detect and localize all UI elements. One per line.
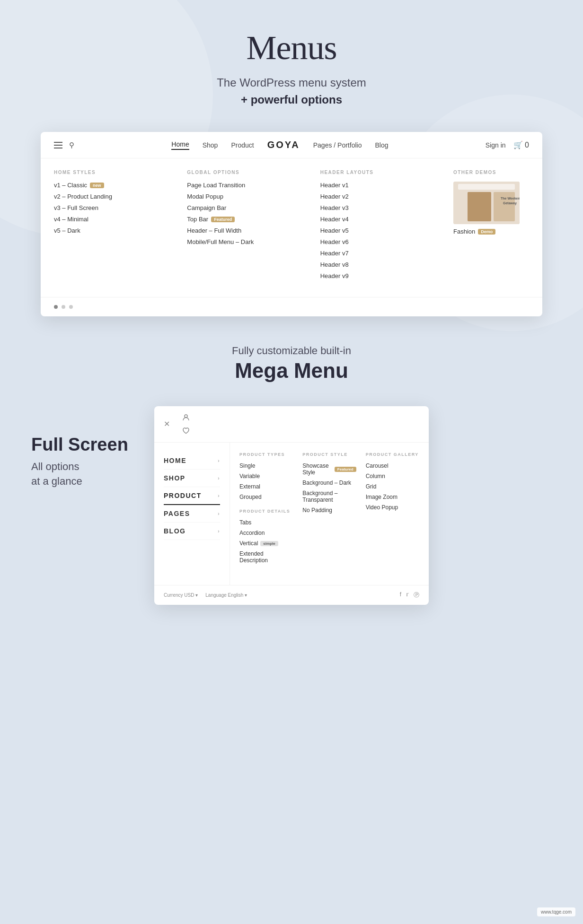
pagination-dots xyxy=(41,297,542,316)
instagram-icon[interactable]: Ⓟ xyxy=(414,591,419,599)
watermark: www.tqge.com xyxy=(537,907,575,916)
close-icon[interactable]: ✕ xyxy=(164,420,170,428)
demo-card-megamenu: ⚲ Home Shop Product GOYA Pages / Portfol… xyxy=(41,132,542,316)
mega-col-title-home: HOME STYLES xyxy=(54,170,177,175)
mega-col-other-demos: OTHER DEMOS The Weekend Getaway Fashion … xyxy=(453,170,529,284)
cart-icon[interactable]: 🛒 0 xyxy=(513,140,529,149)
fs-language-label: Language English ▾ xyxy=(205,593,247,598)
fashion-label[interactable]: Fashion Demo xyxy=(453,228,520,235)
mega-item-header-v8[interactable]: Header v8 xyxy=(320,261,444,268)
search-icon[interactable]: ⚲ xyxy=(69,141,74,149)
fs-item-column[interactable]: Column xyxy=(366,473,419,479)
fs-item-video-popup[interactable]: Video Popup xyxy=(366,504,419,511)
nav-link-pages[interactable]: Pages / Portfolio xyxy=(313,141,362,149)
fs-sub-col-gallery: PRODUCT GALLERY Carousel Column Grid Ima… xyxy=(366,452,419,575)
svg-rect-1 xyxy=(458,184,515,190)
svg-text:The Weekend: The Weekend xyxy=(501,197,520,200)
hero-section: Menus The WordPress menu system + powerf… xyxy=(217,28,366,108)
twitter-icon[interactable]: 𝕣 xyxy=(406,591,409,599)
fullscreen-title: Full Screen xyxy=(31,435,154,455)
dot-1[interactable] xyxy=(54,305,58,309)
fs-sub-title-gallery: PRODUCT GALLERY xyxy=(366,452,419,457)
badge-demo: Demo xyxy=(478,229,495,235)
mega-item-header-v3[interactable]: Header v3 xyxy=(320,204,444,211)
mega-item-header-v2[interactable]: Header v2 xyxy=(320,193,444,200)
mega-col-title-global: GLOBAL OPTIONS xyxy=(187,170,310,175)
nav-right: Sign in 🛒 0 xyxy=(486,140,529,149)
mega-item-page-load[interactable]: Page Load Transition xyxy=(187,182,310,189)
fs-footer: Currency USD ▾ Language English ▾ f 𝕣 Ⓟ xyxy=(154,585,429,605)
svg-rect-2 xyxy=(468,192,491,221)
fs-item-single[interactable]: Single xyxy=(239,462,293,469)
fs-item-grid[interactable]: Grid xyxy=(366,483,419,490)
badge-new: new xyxy=(90,183,104,188)
fs-item-tabs[interactable]: Tabs xyxy=(239,519,293,526)
hamburger-icon[interactable] xyxy=(54,142,62,148)
mega-item-v2[interactable]: v2 – Product Landing xyxy=(54,193,177,200)
heart-icon[interactable] xyxy=(181,426,191,436)
mega-col-home-styles: HOME STYLES v1 – Classic new v2 – Produc… xyxy=(54,170,187,284)
badge-simple: simple xyxy=(260,541,278,546)
hero-subtitle-line2: + powerful options xyxy=(241,93,342,106)
fs-item-accordion[interactable]: Accordion xyxy=(239,530,293,536)
fs-nav-col: HOME› SHOP› PRODUCT› PAGES› BLOG› xyxy=(154,443,230,585)
fs-item-no-padding[interactable]: No Padding xyxy=(302,507,356,514)
nav-link-shop[interactable]: Shop xyxy=(203,141,218,149)
mega-item-header-v4[interactable]: Header v4 xyxy=(320,216,444,223)
fs-nav-pages[interactable]: PAGES› xyxy=(164,505,220,523)
page-wrapper: Menus The WordPress menu system + powerf… xyxy=(0,0,583,633)
mega-item-header-v6[interactable]: Header v6 xyxy=(320,238,444,245)
fs-header-icons xyxy=(181,413,191,436)
fs-item-variable[interactable]: Variable xyxy=(239,473,293,479)
mega-item-mobile-full[interactable]: Mobile/Full Menu – Dark xyxy=(187,238,310,245)
mega-item-v5[interactable]: v5 – Dark xyxy=(54,227,177,234)
mega-item-campaign-bar[interactable]: Campaign Bar xyxy=(187,204,310,211)
fs-nav-blog[interactable]: BLOG› xyxy=(164,523,220,540)
nav-link-blog[interactable]: Blog xyxy=(375,141,388,149)
fs-item-carousel[interactable]: Carousel xyxy=(366,462,419,469)
facebook-icon[interactable]: f xyxy=(400,591,401,599)
fs-social-icons: f 𝕣 Ⓟ xyxy=(400,591,419,599)
nav-link-product[interactable]: Product xyxy=(231,141,254,149)
demo-preview-image[interactable]: The Weekend Getaway xyxy=(453,182,520,224)
mega-item-header-v1[interactable]: Header v1 xyxy=(320,182,444,189)
mega-col-global-options: GLOBAL OPTIONS Page Load Transition Moda… xyxy=(187,170,320,284)
signin-link[interactable]: Sign in xyxy=(486,141,506,149)
navbar-icons: ⚲ xyxy=(54,141,74,149)
dot-3[interactable] xyxy=(69,305,73,309)
bottom-right: ✕ xyxy=(154,406,552,605)
fs-item-extended[interactable]: Extended Description xyxy=(239,550,293,564)
dot-2[interactable] xyxy=(62,305,65,309)
fs-item-bg-transparent[interactable]: Background – Transparent xyxy=(302,490,356,503)
mega-item-modal-popup[interactable]: Modal Popup xyxy=(187,193,310,200)
fs-nav-shop[interactable]: SHOP› xyxy=(164,470,220,487)
nav-link-home[interactable]: Home xyxy=(171,140,189,150)
mega-item-v1[interactable]: v1 – Classic new xyxy=(54,182,177,189)
fs-item-image-zoom[interactable]: Image Zoom xyxy=(366,494,419,500)
mega-item-top-bar[interactable]: Top Bar Featured xyxy=(187,216,310,223)
mid-title: Mega Menu xyxy=(232,359,351,383)
mega-item-header-v5[interactable]: Header v5 xyxy=(320,227,444,234)
mega-item-header-full[interactable]: Header – Full Width xyxy=(187,227,310,234)
fs-item-external[interactable]: External xyxy=(239,483,293,490)
mega-item-v3[interactable]: v3 – Full Screen xyxy=(54,204,177,211)
svg-point-6 xyxy=(185,415,187,418)
fs-item-grouped[interactable]: Grouped xyxy=(239,494,293,500)
fs-item-bg-dark[interactable]: Background – Dark xyxy=(302,479,356,486)
hero-subtitle-line1: The WordPress menu system xyxy=(217,76,366,89)
fs-item-vertical[interactable]: Vertical simple xyxy=(239,540,293,547)
user-icon[interactable] xyxy=(181,413,191,422)
mega-item-header-v7[interactable]: Header v7 xyxy=(320,250,444,257)
mega-item-header-v9[interactable]: Header v9 xyxy=(320,272,444,279)
mid-subtitle: Fully customizable built-in xyxy=(232,345,351,357)
fs-currency-label: Currency USD ▾ xyxy=(164,593,198,598)
mega-col-title-other: OTHER DEMOS xyxy=(453,170,520,175)
bottom-section: Full Screen All options at a glance ✕ xyxy=(31,406,552,605)
fs-nav-product[interactable]: PRODUCT› xyxy=(164,487,220,505)
hero-subtitle: The WordPress menu system + powerful opt… xyxy=(217,74,366,108)
mega-item-v4[interactable]: v4 – Minimal xyxy=(54,216,177,223)
fs-item-showcase[interactable]: Showcase Style Featured xyxy=(302,462,356,476)
fs-header: ✕ xyxy=(154,406,429,443)
fs-nav-home[interactable]: HOME› xyxy=(164,452,220,470)
fullscreen-card: ✕ xyxy=(154,406,429,605)
